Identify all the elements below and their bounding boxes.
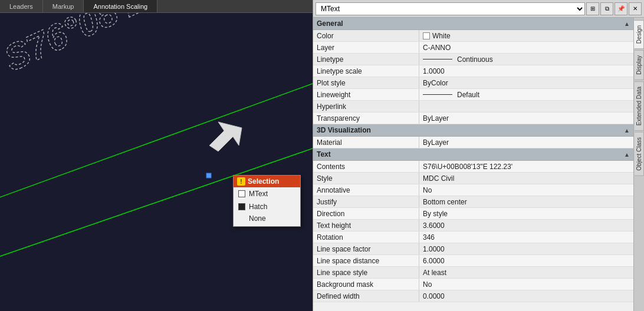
close-icon-btn[interactable]: ✕: [629, 2, 642, 15]
prop-line-space-factor-value[interactable]: 1.0000: [419, 243, 633, 254]
prop-line-space-factor-name: Line space factor: [313, 243, 419, 254]
prop-justify-name: Justify: [313, 196, 419, 207]
section-text[interactable]: Text ▲: [313, 148, 633, 161]
prop-plot-style-value[interactable]: ByColor: [419, 77, 633, 88]
section-text-label: Text: [317, 150, 331, 158]
prop-lineweight-value[interactable]: Default: [419, 89, 633, 100]
prop-rotation-value[interactable]: 346: [419, 231, 633, 243]
popup-item-none[interactable]: None: [234, 213, 300, 226]
side-tab-extended-data[interactable]: Extended Data: [635, 81, 644, 131]
prop-annotative-value[interactable]: No: [419, 184, 633, 196]
prop-text-height: Text height 3.6000: [313, 220, 633, 231]
linetype-line: [423, 59, 452, 59]
prop-linetype-scale: Linetype scale 1.0000: [313, 65, 633, 77]
prop-direction-value[interactable]: By style: [419, 208, 633, 219]
prop-material-name: Material: [313, 137, 419, 148]
side-tab-object-class[interactable]: Object Class: [635, 132, 644, 176]
copy-icon: ⧉: [605, 5, 609, 12]
prop-hyperlink-value[interactable]: [419, 101, 633, 112]
prop-layer-name: Layer: [313, 42, 419, 53]
prop-transparency-value[interactable]: ByLayer: [419, 113, 633, 124]
popup-title: ! Selection: [234, 176, 300, 187]
prop-lineweight: Lineweight Default: [313, 89, 633, 101]
prop-annotative: Annotative No: [313, 184, 633, 196]
prop-linetype: Linetype Continuous: [313, 54, 633, 65]
prop-line-space-style-name: Line space style: [313, 267, 419, 278]
tab-markup[interactable]: Markup: [43, 0, 84, 12]
prop-line-space-distance: Line space distance 6.0000: [313, 255, 633, 267]
prop-line-space-distance-name: Line space distance: [313, 255, 419, 266]
prop-defined-width-value[interactable]: 0.0000: [419, 290, 633, 302]
prop-plot-style: Plot style ByColor: [313, 77, 633, 89]
prop-style-value[interactable]: MDC Civil: [419, 173, 633, 184]
prop-color-name: Color: [313, 30, 419, 41]
color-swatch: [423, 32, 430, 39]
prop-contents-name: Contents: [313, 161, 419, 172]
prop-style: Style MDC Civil: [313, 173, 633, 184]
selection-popup: ! Selection MText Hatch None: [233, 175, 301, 227]
side-tab-display[interactable]: Display: [635, 50, 644, 80]
collapse-text-arrow: ▲: [624, 151, 630, 158]
collapse-3d-arrow: ▲: [624, 127, 630, 134]
copy-icon-btn[interactable]: ⧉: [600, 2, 613, 15]
prop-bg-mask-value[interactable]: No: [419, 279, 633, 290]
side-tab-design[interactable]: Design: [634, 20, 644, 49]
prop-linetype-value[interactable]: Continuous: [419, 54, 633, 65]
popup-item-hatch[interactable]: Hatch: [234, 200, 300, 213]
prop-defined-width: Defined width 0.0000: [313, 290, 633, 302]
prop-line-space-distance-value[interactable]: 6.0000: [419, 255, 633, 266]
section-3d[interactable]: 3D Visualization ▲: [313, 124, 633, 137]
prop-bg-mask: Background mask No: [313, 279, 633, 290]
prop-linetype-scale-name: Linetype scale: [313, 65, 419, 77]
prop-line-space-style: Line space style At least: [313, 267, 633, 279]
prop-defined-width-name: Defined width: [313, 290, 419, 302]
prop-style-name: Style: [313, 173, 419, 184]
prop-line-space-style-value[interactable]: At least: [419, 267, 633, 278]
prop-layer-value[interactable]: C-ANNO: [419, 42, 633, 53]
tab-leaders[interactable]: Leaders: [0, 0, 43, 12]
hatch-label: Hatch: [249, 203, 267, 211]
prop-layer: Layer C-ANNO: [313, 42, 633, 54]
prop-contents-value[interactable]: S76\U+00B008'13"E 122.23': [419, 161, 633, 172]
prop-transparency: Transparency ByLayer: [313, 113, 633, 124]
prop-annotative-name: Annotative: [313, 184, 419, 196]
prop-rotation: Rotation 346: [313, 231, 633, 243]
warning-icon: !: [237, 177, 245, 186]
entity-dropdown[interactable]: MText: [316, 2, 585, 15]
prop-linetype-name: Linetype: [313, 54, 419, 65]
prop-plot-style-name: Plot style: [313, 77, 419, 88]
pin-icon: 📌: [617, 5, 625, 12]
grid-icon: ⊞: [590, 5, 595, 12]
canvas-area: Leaders Markup Annotation Scaling S76°08…: [0, 0, 313, 311]
popup-title-label: Selection: [248, 177, 279, 186]
mtext-label: MText: [249, 190, 268, 198]
svg-rect-4: [206, 173, 211, 178]
svg-text:S76°08'13"E: S76°08'13"E: [0, 13, 208, 79]
section-general-label: General: [317, 19, 343, 28]
top-tabs: Leaders Markup Annotation Scaling: [0, 0, 313, 13]
prop-linetype-scale-value[interactable]: 1.0000: [419, 65, 633, 77]
prop-transparency-name: Transparency: [313, 113, 419, 124]
prop-justify-value[interactable]: Bottom center: [419, 196, 633, 207]
prop-bg-mask-name: Background mask: [313, 279, 419, 290]
hatch-checkbox: [238, 203, 245, 210]
prop-contents: Contents S76\U+00B008'13"E 122.23': [313, 161, 633, 173]
prop-lineweight-name: Lineweight: [313, 89, 419, 100]
tab-annotation-scaling[interactable]: Annotation Scaling: [84, 0, 157, 12]
prop-line-space-factor: Line space factor 1.0000: [313, 243, 633, 255]
properties-area: General ▲ Color White Layer C-ANNO Linet…: [313, 18, 633, 311]
prop-text-height-value[interactable]: 3.6000: [419, 220, 633, 231]
prop-hyperlink-name: Hyperlink: [313, 101, 419, 112]
prop-color: Color White: [313, 30, 633, 42]
prop-direction: Direction By style: [313, 208, 633, 220]
panel-topbar: MText ⊞ ⧉ 📌 ✕: [313, 0, 644, 18]
section-general[interactable]: General ▲: [313, 18, 633, 30]
collapse-general-arrow: ▲: [624, 21, 630, 27]
close-icon: ✕: [633, 5, 638, 12]
prop-color-value[interactable]: White: [419, 30, 633, 41]
pin-icon-btn[interactable]: 📌: [615, 2, 627, 15]
prop-direction-name: Direction: [313, 208, 419, 219]
popup-item-mtext[interactable]: MText: [234, 187, 300, 200]
grid-icon-btn[interactable]: ⊞: [586, 2, 599, 15]
prop-material-value[interactable]: ByLayer: [419, 137, 633, 148]
